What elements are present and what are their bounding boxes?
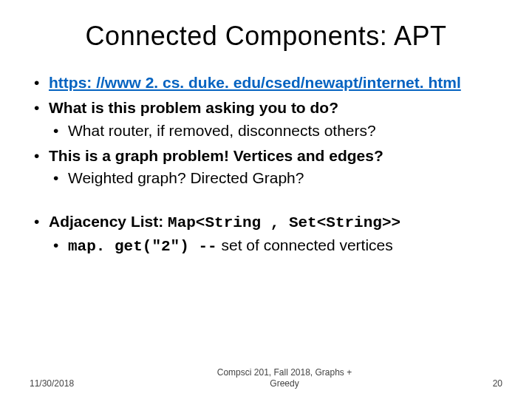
adj-code: Map<String , Set<String>> — [168, 214, 400, 231]
slide-title: Connected Components: APT — [30, 21, 502, 52]
map-rest: set of connected vertices — [217, 236, 393, 253]
bullet-list: https: //www 2. cs. duke. edu/csed/newap… — [30, 72, 502, 189]
bullet-adjacency: Adjacency List: Map<String , Set<String>… — [30, 211, 502, 258]
bullet-question-2: This is a graph problem! Vertices and ed… — [30, 146, 502, 189]
map-code: map. get("2") -- — [68, 238, 217, 255]
footer-course: Compsci 201, Fall 2018, Graphs + Greedy — [96, 367, 473, 389]
footer-date: 11/30/2018 — [30, 378, 96, 389]
q1-sub: What router, if removed, disconnects oth… — [49, 120, 502, 141]
bullet-question-1: What is this problem asking you to do? W… — [30, 98, 502, 141]
adj-prefix: Adjacency List: — [49, 213, 168, 230]
footer-page-number: 20 — [473, 378, 502, 389]
q2-text: This is a graph problem! Vertices and ed… — [49, 147, 383, 164]
q2-sub: Weighted graph? Directed Graph? — [49, 168, 502, 188]
bullet-list-2: Adjacency List: Map<String , Set<String>… — [30, 211, 502, 258]
apt-link[interactable]: https: //www 2. cs. duke. edu/csed/newap… — [49, 74, 461, 91]
q1-text: What is this problem asking you to do? — [49, 99, 338, 116]
map-sub: map. get("2") -- set of connected vertic… — [49, 235, 502, 257]
bullet-link: https: //www 2. cs. duke. edu/csed/newap… — [30, 72, 502, 93]
slide-footer: 11/30/2018 Compsci 201, Fall 2018, Graph… — [0, 367, 532, 389]
